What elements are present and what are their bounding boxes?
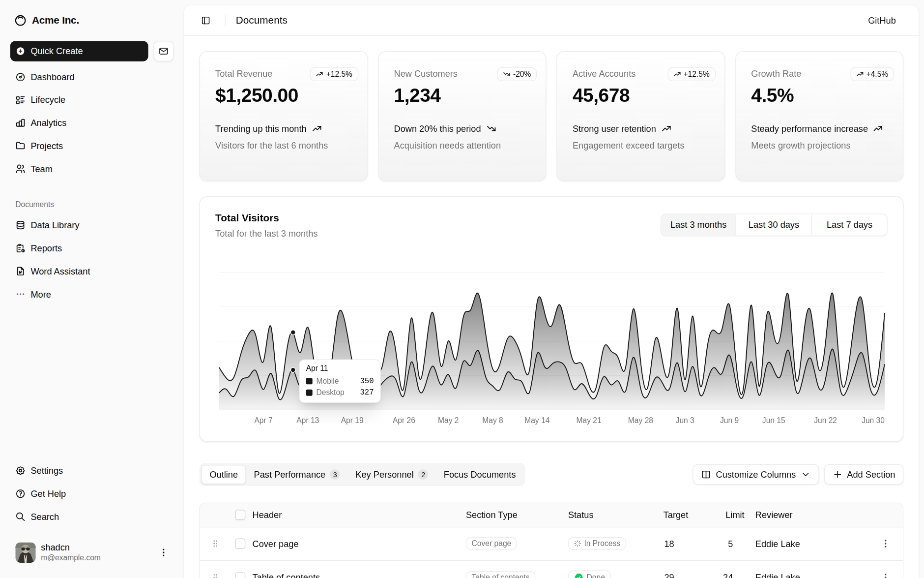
svg-text:Apr 7: Apr 7	[254, 416, 272, 425]
svg-text:May 2: May 2	[438, 416, 459, 425]
svg-text:Jun 3: Jun 3	[676, 416, 694, 425]
svg-text:Jun 22: Jun 22	[814, 416, 837, 425]
svg-text:May 28: May 28	[628, 416, 653, 425]
svg-text:May 14: May 14	[524, 416, 549, 425]
svg-text:Apr 13: Apr 13	[296, 416, 319, 425]
svg-text:Jun 9: Jun 9	[720, 416, 739, 425]
svg-text:May 8: May 8	[482, 416, 503, 425]
svg-text:Jun 30: Jun 30	[862, 416, 885, 425]
svg-text:Jun 15: Jun 15	[762, 416, 785, 425]
svg-text:Apr 19: Apr 19	[341, 416, 364, 425]
svg-text:Apr 26: Apr 26	[393, 416, 415, 425]
svg-text:May 21: May 21	[577, 416, 602, 425]
